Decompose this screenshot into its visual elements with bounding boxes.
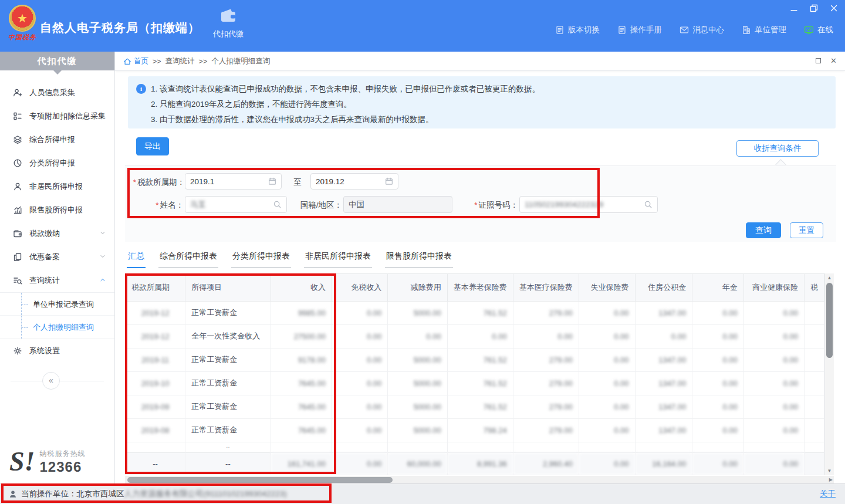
table-row[interactable]: 2019-12正常工资薪金9985.000.005000.00761.52279…: [126, 301, 824, 324]
main-content: 首页 >> 查询统计 >> 个人扣缴明细查询 ✕ i 1. 该查询统计表仅能查询…: [115, 52, 845, 483]
frame-close-icon[interactable]: ✕: [830, 56, 837, 66]
frame-maximize-icon[interactable]: [816, 58, 821, 63]
table-cell: 正常工资薪金: [185, 395, 271, 418]
home-icon: [123, 57, 131, 66]
menu-version-switch[interactable]: 版本切换: [555, 25, 600, 35]
scroll-down-icon[interactable]: ▼: [825, 468, 834, 473]
table-cell: 0.00: [743, 301, 804, 324]
sidebar-item-comprehensive-income[interactable]: 综合所得申报: [0, 128, 114, 151]
sidebar-item-restricted-stock[interactable]: 限售股所得申报: [0, 198, 114, 222]
vertical-scrollbar[interactable]: ▲ ▼: [825, 273, 834, 475]
table-row-partial[interactable]: ..: [126, 442, 824, 452]
top-header: ★ 中国税务 自然人电子税务局（扣缴端） 代扣代缴 版本切换 操作手册 消息中心: [0, 0, 845, 52]
period-from-input[interactable]: 2019.1: [185, 173, 282, 190]
about-link[interactable]: 关于: [820, 489, 836, 499]
table-cell: 5000.00: [388, 371, 447, 395]
table-cell: 279.00: [513, 418, 579, 442]
range-to-label: 至: [292, 177, 303, 188]
sidebar-menu: 人员信息采集 专项附加扣除信息采集 综合所得申报 分类所得申报 非居民所得申报 …: [0, 81, 114, 363]
table-row[interactable]: 2019-11正常工资薪金9178.000.005000.00761.52279…: [126, 348, 824, 371]
tab-comprehensive-income[interactable]: 综合所得申报表: [158, 251, 218, 268]
current-unit-label: 当前操作单位：: [21, 489, 77, 499]
filter-panel: *税款所属期： 2019.1 至 2019.12 *姓名： 马某 国籍/地区： …: [125, 165, 836, 242]
sidebar-item-classified-income[interactable]: 分类所得申报: [0, 151, 114, 175]
table-cell: 5000.00: [388, 418, 447, 442]
close-icon[interactable]: [829, 4, 839, 13]
table-cell: 0.00: [388, 324, 447, 348]
scroll-right-icon[interactable]: ▶: [829, 477, 833, 483]
restore-icon[interactable]: [809, 4, 819, 13]
envelope-icon: [680, 25, 689, 35]
menu-unit-management[interactable]: 单位管理: [742, 25, 786, 35]
export-button[interactable]: 导出: [136, 137, 169, 155]
sidebar-item-query-statistics[interactable]: 查询统计: [0, 269, 114, 292]
table-header-row: 税款所属期所得项目收入免税收入减除费用基本养老保险费基本医疗保险费失业保险费住房…: [126, 274, 824, 301]
horizontal-scrollbar[interactable]: ▶: [125, 476, 834, 484]
collapse-sidebar-button[interactable]: «: [42, 372, 60, 390]
table-cell: [635, 442, 692, 452]
period-label: *税款所属期：: [126, 177, 185, 188]
scroll-up-icon[interactable]: ▲: [825, 275, 834, 280]
table-row[interactable]: 2019-08正常工资薪金7645.000.005000.00798.24279…: [126, 418, 824, 442]
table-row[interactable]: 2019-09正常工资薪金7645.000.005000.00761.52279…: [126, 395, 824, 418]
table-cell: 2019-08: [126, 418, 185, 442]
table-cell: 正常工资薪金: [185, 301, 271, 324]
window-controls: [789, 4, 839, 13]
table-cell: 全年一次性奖金收入: [185, 324, 271, 348]
sidebar-item-tax-payment[interactable]: 税款缴纳: [0, 222, 114, 245]
table-cell: 0.00: [332, 348, 387, 371]
table-cell: 0.00: [332, 301, 387, 324]
table-cell: 2019-09: [126, 395, 185, 418]
sidebar-item-nonresident-income[interactable]: 非居民所得申报: [0, 175, 114, 198]
horizontal-scroll-thumb[interactable]: [127, 477, 393, 483]
menu-manual[interactable]: 操作手册: [617, 25, 662, 35]
table-cell: 正常工资薪金: [185, 371, 271, 395]
calendar-icon: [268, 177, 276, 185]
top-menu: 版本切换 操作手册 消息中心 单位管理 在线: [555, 25, 833, 35]
sidebar-item-preferential-filing[interactable]: 优惠备案: [0, 245, 114, 269]
sidebar-section-title: 代扣代缴: [0, 52, 114, 70]
table-cell: 0.00: [692, 371, 744, 395]
reset-button[interactable]: 重置: [790, 222, 823, 238]
period-to-input[interactable]: 2019.12: [310, 173, 398, 190]
user-icon: [8, 489, 18, 499]
table-cell: 1347.00: [635, 418, 692, 442]
toggle-filters-button[interactable]: 收折查询条件: [736, 140, 819, 157]
column-header: 税款所属期: [126, 274, 185, 301]
person-add-icon: [13, 88, 22, 97]
masked-unit-name: 人力资源服务有限公司(911101021993042223): [124, 489, 287, 499]
sidebar-collapse-row: «: [0, 372, 114, 390]
minimize-icon[interactable]: [789, 4, 799, 13]
chevron-down-icon: [99, 253, 106, 262]
sidebar-item-special-deduction[interactable]: 专项附加扣除信息采集: [0, 104, 114, 128]
breadcrumb-home[interactable]: 首页: [123, 56, 148, 66]
name-input[interactable]: 马某: [185, 196, 287, 213]
id-number-input[interactable]: 110502199304222329: [519, 196, 658, 213]
tab-classified-income[interactable]: 分类所得申报表: [231, 251, 291, 268]
logo-caption: 中国税务: [6, 33, 39, 42]
table-cell: [388, 442, 447, 452]
sidebar-item-system-settings[interactable]: 系统设置: [0, 339, 114, 363]
table-row[interactable]: 2019-12全年一次性奖金收入27500.000.000.000.000.00…: [126, 324, 824, 348]
table-cell: 16,164.00: [635, 452, 692, 475]
search-button[interactable]: 查询: [746, 222, 781, 238]
vertical-scroll-thumb[interactable]: [826, 283, 833, 358]
sidebar-item-personnel-info[interactable]: 人员信息采集: [0, 81, 114, 104]
sidebar-subitem-personal-withholding-query[interactable]: 个人扣缴明细查询: [0, 316, 114, 339]
menu-online-status[interactable]: 在线: [804, 25, 833, 35]
table-row[interactable]: 2019-10正常工资薪金7645.000.005000.00761.52279…: [126, 371, 824, 395]
table-cell: 761.52: [447, 395, 513, 418]
table-cell: 2019-12: [126, 301, 185, 324]
tab-nonresident-income[interactable]: 非居民所得申报表: [304, 251, 372, 268]
tab-restricted-stock[interactable]: 限售股所得申报表: [385, 251, 453, 268]
table-cell: 761.52: [447, 371, 513, 395]
menu-message-center[interactable]: 消息中心: [680, 25, 724, 35]
nationality-label: 国籍/地区：: [290, 200, 342, 211]
tab-summary[interactable]: 汇总: [127, 251, 146, 268]
tab-daikou-daijiao[interactable]: 代扣代缴: [202, 8, 254, 39]
breadcrumb-query-statistics: 查询统计: [165, 56, 195, 66]
table-cell: 0.00: [332, 395, 387, 418]
sidebar-subitem-unit-declaration-query[interactable]: 单位申报记录查询: [0, 293, 114, 316]
table-cell: 5000.00: [388, 348, 447, 371]
hotline-logo-icon: S!: [9, 448, 35, 475]
